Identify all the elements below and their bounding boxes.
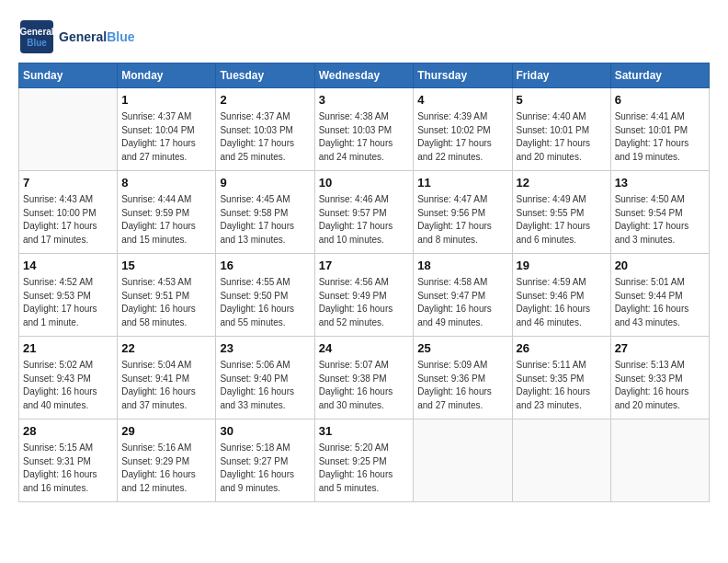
day-number: 29	[121, 423, 211, 440]
day-cell: 28Sunrise: 5:15 AM Sunset: 9:31 PM Dayli…	[19, 419, 118, 502]
day-cell: 14Sunrise: 4:52 AM Sunset: 9:53 PM Dayli…	[19, 254, 118, 337]
day-cell: 25Sunrise: 5:09 AM Sunset: 9:36 PM Dayli…	[414, 337, 512, 419]
day-cell: 5Sunrise: 4:40 AM Sunset: 10:01 PM Dayli…	[512, 88, 610, 171]
day-cell: 10Sunrise: 4:46 AM Sunset: 9:57 PM Dayli…	[314, 171, 414, 254]
day-cell	[414, 419, 512, 502]
day-cell	[610, 419, 709, 502]
day-number: 8	[121, 175, 211, 191]
day-info: Sunrise: 4:39 AM Sunset: 10:02 PM Daylig…	[417, 110, 507, 164]
day-cell: 9Sunrise: 4:45 AM Sunset: 9:58 PM Daylig…	[216, 171, 314, 254]
day-cell: 16Sunrise: 4:55 AM Sunset: 9:50 PM Dayli…	[216, 254, 314, 337]
calendar-table: SundayMondayTuesdayWednesdayThursdayFrid…	[18, 63, 710, 502]
day-cell: 31Sunrise: 5:20 AM Sunset: 9:25 PM Dayli…	[314, 419, 414, 502]
day-info: Sunrise: 4:37 AM Sunset: 10:04 PM Daylig…	[121, 110, 211, 164]
day-info: Sunrise: 5:02 AM Sunset: 9:43 PM Dayligh…	[23, 359, 113, 412]
day-number: 2	[220, 92, 310, 109]
day-info: Sunrise: 5:16 AM Sunset: 9:29 PM Dayligh…	[121, 442, 211, 495]
day-cell: 17Sunrise: 4:56 AM Sunset: 9:49 PM Dayli…	[314, 254, 414, 337]
day-number: 16	[220, 258, 310, 274]
day-info: Sunrise: 4:53 AM Sunset: 9:51 PM Dayligh…	[121, 276, 211, 329]
day-info: Sunrise: 4:41 AM Sunset: 10:01 PM Daylig…	[615, 110, 705, 164]
day-cell: 30Sunrise: 5:18 AM Sunset: 9:27 PM Dayli…	[216, 419, 314, 502]
logo-icon: General Blue	[18, 18, 55, 55]
day-cell: 29Sunrise: 5:16 AM Sunset: 9:29 PM Dayli…	[118, 419, 216, 502]
day-number: 28	[23, 423, 113, 440]
day-info: Sunrise: 4:47 AM Sunset: 9:56 PM Dayligh…	[417, 193, 507, 247]
day-cell: 27Sunrise: 5:13 AM Sunset: 9:33 PM Dayli…	[610, 337, 709, 419]
weekday-header-tuesday: Tuesday	[216, 63, 314, 88]
day-info: Sunrise: 4:50 AM Sunset: 9:54 PM Dayligh…	[615, 193, 705, 247]
day-cell: 18Sunrise: 4:58 AM Sunset: 9:47 PM Dayli…	[414, 254, 512, 337]
day-info: Sunrise: 5:01 AM Sunset: 9:44 PM Dayligh…	[615, 276, 705, 329]
day-info: Sunrise: 5:20 AM Sunset: 9:25 PM Dayligh…	[319, 442, 410, 495]
day-info: Sunrise: 4:37 AM Sunset: 10:03 PM Daylig…	[220, 110, 310, 164]
day-number: 13	[615, 175, 705, 191]
day-number: 27	[615, 340, 705, 357]
day-number: 20	[615, 258, 705, 274]
day-number: 23	[220, 340, 310, 357]
weekday-header-saturday: Saturday	[610, 63, 709, 88]
day-cell: 12Sunrise: 4:49 AM Sunset: 9:55 PM Dayli…	[512, 171, 610, 254]
day-number: 11	[417, 175, 507, 191]
day-info: Sunrise: 5:15 AM Sunset: 9:31 PM Dayligh…	[23, 442, 113, 495]
day-info: Sunrise: 4:45 AM Sunset: 9:58 PM Dayligh…	[220, 193, 310, 247]
weekday-header-thursday: Thursday	[414, 63, 512, 88]
day-info: Sunrise: 5:04 AM Sunset: 9:41 PM Dayligh…	[121, 359, 211, 412]
day-cell: 3Sunrise: 4:38 AM Sunset: 10:03 PM Dayli…	[314, 88, 414, 171]
week-row-5: 28Sunrise: 5:15 AM Sunset: 9:31 PM Dayli…	[19, 419, 710, 502]
day-info: Sunrise: 4:40 AM Sunset: 10:01 PM Daylig…	[517, 110, 607, 164]
svg-rect-0	[20, 20, 53, 53]
day-number: 4	[417, 92, 507, 109]
logo: General Blue GeneralBlue	[18, 18, 134, 55]
week-row-2: 7Sunrise: 4:43 AM Sunset: 10:00 PM Dayli…	[19, 171, 710, 254]
day-number: 17	[319, 258, 410, 274]
day-info: Sunrise: 4:38 AM Sunset: 10:03 PM Daylig…	[319, 110, 410, 164]
day-cell: 22Sunrise: 5:04 AM Sunset: 9:41 PM Dayli…	[118, 337, 216, 419]
day-number: 7	[23, 175, 113, 191]
day-number: 3	[319, 92, 410, 109]
day-info: Sunrise: 4:59 AM Sunset: 9:46 PM Dayligh…	[517, 276, 607, 329]
day-number: 15	[121, 258, 211, 274]
day-cell: 1Sunrise: 4:37 AM Sunset: 10:04 PM Dayli…	[118, 88, 216, 171]
day-number: 5	[517, 92, 607, 109]
day-number: 19	[517, 258, 607, 274]
day-cell: 21Sunrise: 5:02 AM Sunset: 9:43 PM Dayli…	[19, 337, 118, 419]
day-cell: 11Sunrise: 4:47 AM Sunset: 9:56 PM Dayli…	[414, 171, 512, 254]
day-cell: 26Sunrise: 5:11 AM Sunset: 9:35 PM Dayli…	[512, 337, 610, 419]
day-number: 9	[220, 175, 310, 191]
day-info: Sunrise: 4:44 AM Sunset: 9:59 PM Dayligh…	[121, 193, 211, 247]
day-cell: 6Sunrise: 4:41 AM Sunset: 10:01 PM Dayli…	[610, 88, 709, 171]
day-cell: 4Sunrise: 4:39 AM Sunset: 10:02 PM Dayli…	[414, 88, 512, 171]
day-number: 31	[319, 423, 410, 440]
day-info: Sunrise: 5:09 AM Sunset: 9:36 PM Dayligh…	[417, 359, 507, 412]
day-info: Sunrise: 4:43 AM Sunset: 10:00 PM Daylig…	[23, 193, 113, 247]
day-cell: 8Sunrise: 4:44 AM Sunset: 9:59 PM Daylig…	[118, 171, 216, 254]
day-cell: 20Sunrise: 5:01 AM Sunset: 9:44 PM Dayli…	[610, 254, 709, 337]
week-row-4: 21Sunrise: 5:02 AM Sunset: 9:43 PM Dayli…	[19, 337, 710, 419]
day-cell: 15Sunrise: 4:53 AM Sunset: 9:51 PM Dayli…	[118, 254, 216, 337]
day-cell: 23Sunrise: 5:06 AM Sunset: 9:40 PM Dayli…	[216, 337, 314, 419]
day-info: Sunrise: 5:06 AM Sunset: 9:40 PM Dayligh…	[220, 359, 310, 412]
day-cell: 7Sunrise: 4:43 AM Sunset: 10:00 PM Dayli…	[19, 171, 118, 254]
day-info: Sunrise: 5:13 AM Sunset: 9:33 PM Dayligh…	[615, 359, 705, 412]
day-number: 22	[121, 340, 211, 357]
day-info: Sunrise: 4:55 AM Sunset: 9:50 PM Dayligh…	[220, 276, 310, 329]
weekday-header-monday: Monday	[118, 63, 216, 88]
logo-text: GeneralBlue	[59, 29, 134, 44]
day-cell: 19Sunrise: 4:59 AM Sunset: 9:46 PM Dayli…	[512, 254, 610, 337]
day-number: 10	[319, 175, 410, 191]
day-number: 14	[23, 258, 113, 274]
day-cell	[512, 419, 610, 502]
svg-text:General: General	[19, 27, 53, 37]
day-number: 25	[417, 340, 507, 357]
weekday-header-sunday: Sunday	[19, 63, 118, 88]
day-cell: 13Sunrise: 4:50 AM Sunset: 9:54 PM Dayli…	[610, 171, 709, 254]
weekday-header-friday: Friday	[512, 63, 610, 88]
day-info: Sunrise: 5:11 AM Sunset: 9:35 PM Dayligh…	[517, 359, 607, 412]
day-number: 12	[517, 175, 607, 191]
day-info: Sunrise: 4:56 AM Sunset: 9:49 PM Dayligh…	[319, 276, 410, 329]
week-row-3: 14Sunrise: 4:52 AM Sunset: 9:53 PM Dayli…	[19, 254, 710, 337]
weekday-header-wednesday: Wednesday	[314, 63, 414, 88]
day-number: 24	[319, 340, 410, 357]
day-number: 1	[121, 92, 211, 109]
